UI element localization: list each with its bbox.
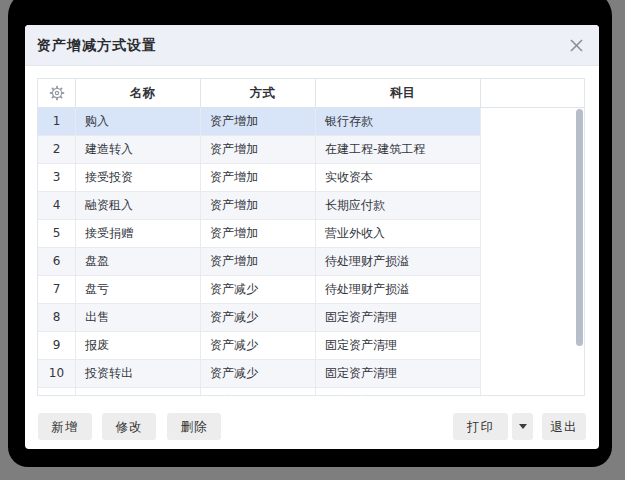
table-cell-row-number[interactable]: 2: [38, 136, 76, 164]
table-row[interactable]: 9 报废 资产减少 固定资产清理: [38, 332, 584, 360]
table-row[interactable]: 11 对外捐赠 资产减少 固定资产清理: [38, 388, 584, 395]
table-cell-row-number[interactable]: 11: [38, 388, 76, 395]
table-row[interactable]: 3 接受投资 资产增加 实收资本: [38, 164, 584, 192]
column-settings-header[interactable]: [38, 79, 76, 107]
table-cell-subject[interactable]: 待处理财产损溢: [316, 248, 481, 276]
table-cell-method[interactable]: 资产增加: [201, 164, 316, 192]
table-cell-name[interactable]: 盘亏: [76, 276, 201, 304]
table-cell-method[interactable]: 资产增加: [201, 108, 316, 136]
dropdown-arrow-icon: [519, 424, 527, 429]
print-dropdown-button[interactable]: [512, 413, 533, 440]
table-cell-method[interactable]: 资产减少: [201, 360, 316, 388]
table-cell-subject[interactable]: 固定资产清理: [316, 388, 481, 395]
table-row[interactable]: 1 购入 资产增加 银行存款: [38, 108, 584, 136]
table-cell-name[interactable]: 接受投资: [76, 164, 201, 192]
table-cell-subject[interactable]: 银行存款: [316, 108, 481, 136]
table-cell-name[interactable]: 报废: [76, 332, 201, 360]
table-cell-subject[interactable]: 实收资本: [316, 164, 481, 192]
table-cell-subject[interactable]: 固定资产清理: [316, 332, 481, 360]
column-header-method[interactable]: 方式: [201, 79, 316, 107]
asset-methods-table: 名称 方式 科目 1 购入 资产增加 银行存款 2 建造转入 资产增加 在建工程…: [37, 78, 585, 396]
table-cell-name[interactable]: 出售: [76, 304, 201, 332]
asset-method-settings-dialog: 资产增减方式设置: [25, 25, 599, 449]
table-cell-filler: [481, 276, 584, 304]
table-cell-method[interactable]: 资产减少: [201, 276, 316, 304]
delete-button[interactable]: 删除: [167, 413, 221, 440]
vertical-scrollbar-thumb[interactable]: [576, 109, 583, 346]
table-row[interactable]: 6 盘盈 资产增加 待处理财产损溢: [38, 248, 584, 276]
table-cell-name[interactable]: 接受捐赠: [76, 220, 201, 248]
table-cell-method[interactable]: 资产增加: [201, 192, 316, 220]
close-icon[interactable]: [568, 37, 585, 54]
column-header-subject[interactable]: 科目: [316, 79, 481, 107]
table-header-row: 名称 方式 科目: [38, 79, 584, 108]
table-cell-filler: [481, 136, 584, 164]
table-row[interactable]: 4 融资租入 资产增加 长期应付款: [38, 192, 584, 220]
table-row[interactable]: 2 建造转入 资产增加 在建工程-建筑工程: [38, 136, 584, 164]
table-cell-row-number[interactable]: 10: [38, 360, 76, 388]
table-cell-subject[interactable]: 待处理财产损溢: [316, 276, 481, 304]
table-cell-filler: [481, 164, 584, 192]
table-cell-row-number[interactable]: 1: [38, 108, 76, 136]
column-header-filler: [481, 79, 584, 107]
table-cell-row-number[interactable]: 4: [38, 192, 76, 220]
add-button[interactable]: 新增: [38, 413, 92, 440]
table-row[interactable]: 8 出售 资产减少 固定资产清理: [38, 304, 584, 332]
table-cell-filler: [481, 108, 584, 136]
table-row[interactable]: 5 接受捐赠 资产增加 营业外收入: [38, 220, 584, 248]
table-cell-name[interactable]: 对外捐赠: [76, 388, 201, 395]
table-body: 1 购入 资产增加 银行存款 2 建造转入 资产增加 在建工程-建筑工程 3 接…: [38, 108, 584, 395]
table-cell-filler: [481, 332, 584, 360]
table-cell-filler: [481, 220, 584, 248]
column-header-name[interactable]: 名称: [76, 79, 201, 107]
table-cell-row-number[interactable]: 8: [38, 304, 76, 332]
table-cell-row-number[interactable]: 5: [38, 220, 76, 248]
table-cell-filler: [481, 360, 584, 388]
table-cell-row-number[interactable]: 7: [38, 276, 76, 304]
table-cell-method[interactable]: 资产减少: [201, 388, 316, 395]
table-cell-subject[interactable]: 固定资产清理: [316, 360, 481, 388]
table-cell-method[interactable]: 资产增加: [201, 220, 316, 248]
table-row[interactable]: 7 盘亏 资产减少 待处理财产损溢: [38, 276, 584, 304]
table-cell-row-number[interactable]: 3: [38, 164, 76, 192]
table-cell-name[interactable]: 盘盈: [76, 248, 201, 276]
table-cell-method[interactable]: 资产减少: [201, 304, 316, 332]
table-cell-subject[interactable]: 长期应付款: [316, 192, 481, 220]
table-cell-row-number[interactable]: 6: [38, 248, 76, 276]
gear-icon[interactable]: [38, 79, 75, 107]
table-cell-name[interactable]: 融资租入: [76, 192, 201, 220]
table-cell-subject[interactable]: 在建工程-建筑工程: [316, 136, 481, 164]
table-row[interactable]: 10 投资转出 资产减少 固定资产清理: [38, 360, 584, 388]
table-cell-row-number[interactable]: 9: [38, 332, 76, 360]
table-cell-method[interactable]: 资产减少: [201, 332, 316, 360]
dialog-title: 资产增减方式设置: [37, 25, 157, 65]
print-button[interactable]: 打印: [453, 413, 508, 440]
table-cell-subject[interactable]: 营业外收入: [316, 220, 481, 248]
table-cell-name[interactable]: 投资转出: [76, 360, 201, 388]
modify-button[interactable]: 修改: [102, 413, 156, 440]
exit-button[interactable]: 退出: [542, 413, 586, 440]
table-cell-filler: [481, 192, 584, 220]
table-cell-filler: [481, 248, 584, 276]
table-cell-method[interactable]: 资产增加: [201, 136, 316, 164]
table-cell-name[interactable]: 购入: [76, 108, 201, 136]
dialog-titlebar: 资产增减方式设置: [25, 25, 599, 66]
table-cell-filler: [481, 304, 584, 332]
table-cell-name[interactable]: 建造转入: [76, 136, 201, 164]
table-cell-method[interactable]: 资产增加: [201, 248, 316, 276]
table-cell-filler: [481, 388, 584, 395]
table-cell-subject[interactable]: 固定资产清理: [316, 304, 481, 332]
